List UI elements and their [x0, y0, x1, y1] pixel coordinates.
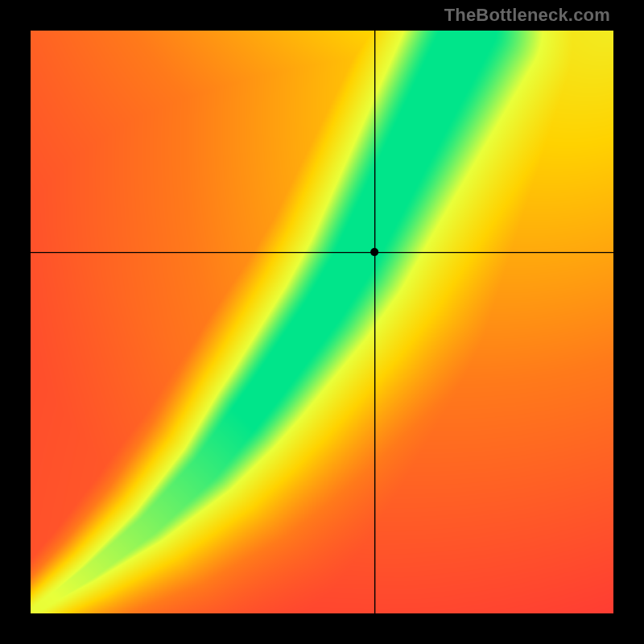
heatmap-canvas — [31, 31, 613, 613]
watermark-text: TheBottleneck.com — [444, 5, 610, 26]
heatmap-plot — [31, 31, 613, 613]
chart-stage: TheBottleneck.com — [0, 0, 644, 644]
